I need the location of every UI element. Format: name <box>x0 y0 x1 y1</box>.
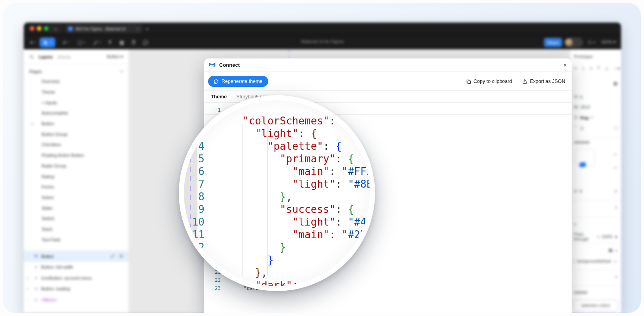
minimize-window-button[interactable] <box>37 26 42 31</box>
edit-icon[interactable] <box>110 254 115 258</box>
search-icon[interactable] <box>29 55 34 59</box>
sidebar-page-item[interactable]: Select <box>24 192 129 203</box>
expand-chevron-icon[interactable]: ▸ <box>27 287 31 291</box>
expand-icon[interactable]: ⛶ <box>614 126 617 131</box>
align-left-icon[interactable]: ⊢ <box>574 66 578 71</box>
layer-item[interactable]: ▸#Button: loading <box>24 284 129 295</box>
align-center-icon[interactable]: ∣ <box>582 66 585 71</box>
panel-tab[interactable]: Prototype <box>574 54 617 59</box>
scope-dropdown[interactable]: Button ▾ <box>107 54 123 59</box>
blend-icon[interactable]: ◐ <box>574 222 577 226</box>
tab-layers[interactable]: Layers <box>39 55 53 59</box>
add-page-button[interactable]: + <box>120 68 123 74</box>
sidebar-page-item[interactable]: Rating <box>24 171 129 182</box>
sidebar-page-item[interactable]: ÷ Inputs <box>24 97 129 108</box>
row-minus: — <box>574 151 617 156</box>
sidebar-page-item[interactable]: Button Group <box>24 129 129 139</box>
eye-icon[interactable] <box>119 254 124 258</box>
layer-item[interactable]: ›◇<Menu> <box>24 294 129 305</box>
expand-chevron-icon[interactable]: › <box>27 298 31 302</box>
layer-item[interactable]: ▸#IconButton: account menu <box>24 273 129 284</box>
frame-icon: # <box>33 265 39 269</box>
blend-row[interactable]: Pass through▾100%● <box>574 232 617 241</box>
align-bottom-icon[interactable]: ⊥ <box>605 66 609 71</box>
sidebar-page-item[interactable]: ✓Button <box>24 118 129 129</box>
file-tab[interactable]: ▰ MUI for Figma - Material UI × <box>65 24 142 33</box>
rotation-field[interactable]: ⟲0 <box>574 94 617 100</box>
add-section-row: + <box>574 205 617 210</box>
avatar <box>565 39 573 46</box>
width-field[interactable]: W2612 <box>574 105 617 109</box>
figma-toolbar: ≡▾ ▾ #▾ ▢▾ ▾ T ▦ Material UI for <box>24 35 621 50</box>
regenerate-theme-button[interactable]: Regenerate theme <box>208 76 268 87</box>
sidebar-page-item[interactable]: Theme <box>24 87 129 98</box>
minus-icon[interactable]: — <box>613 259 617 263</box>
share-button[interactable]: Share <box>544 38 562 47</box>
home-tab[interactable]: ⌂ <box>48 24 63 33</box>
more-options-icon[interactable]: ⋮▾ <box>613 66 620 71</box>
lens-content: 2 "colorSchemes": {3 "light": {4 "palett… <box>184 100 370 286</box>
sidebar-page-item[interactable]: Radio Group <box>24 161 129 171</box>
selection-colors-box[interactable]: selection colors <box>573 300 618 311</box>
radius-icon: ⌒ <box>574 125 578 131</box>
new-tab-button[interactable]: + <box>146 24 149 33</box>
sidebar-page-item[interactable]: Stack <box>24 224 129 235</box>
expand-chevron-icon[interactable]: › <box>27 265 31 269</box>
minus-icon[interactable]: — <box>613 151 617 156</box>
sidebar-page-item[interactable]: Text Field <box>24 234 129 245</box>
account-pill[interactable] <box>564 38 583 47</box>
sidebar-page-item[interactable]: Forms <box>24 182 129 192</box>
present-button[interactable]: ▷ ▾ <box>589 39 595 45</box>
sidebar-page-item[interactable]: Overview <box>24 76 129 87</box>
layer-item[interactable]: ›❖Button <box>24 251 129 262</box>
page-label: Autocomplete <box>42 111 68 115</box>
align-right-icon[interactable]: ⊣ <box>589 66 593 71</box>
sidebar-page-item[interactable]: Slider <box>24 203 129 213</box>
page-label: Forms <box>42 184 54 189</box>
layer-item[interactable]: ›#Button: full width <box>24 262 129 273</box>
export-as-json-button[interactable]: Export as JSON <box>522 79 565 84</box>
fill-row[interactable]: background/default— <box>574 259 617 263</box>
spacing-row[interactable]: ⧖0◇ <box>574 188 617 194</box>
layer-label: Button: loading <box>41 286 70 291</box>
magnifier-lens: 2 "colorSchemes": {3 "light": {4 "palett… <box>179 95 375 291</box>
home-icon: ⌂ <box>54 26 57 32</box>
lens-code-line: 3 "light": { <box>184 127 370 140</box>
page-label: Floating Action Button <box>42 153 84 158</box>
page-label: Text Field <box>42 237 60 242</box>
plus-icon[interactable]: + <box>615 275 617 279</box>
plus-icon[interactable]: + <box>615 248 617 253</box>
close-window-button[interactable] <box>30 26 34 31</box>
lens-line-number: 10 <box>184 216 207 228</box>
left-sidebar: Layers Assets Button ▾ Pages + OverviewT… <box>24 49 129 313</box>
tab-assets[interactable]: Assets <box>57 55 70 59</box>
zoom-level-dropdown[interactable]: 161% ▾ <box>601 40 616 45</box>
eye-icon[interactable]: ● <box>615 234 617 239</box>
sidebar-page-item[interactable]: Floating Action Button <box>24 150 129 161</box>
sidebar-tabs: Layers Assets Button ▾ <box>24 49 129 64</box>
dialog-title: Connect <box>219 62 240 68</box>
align-top-icon[interactable]: ⊤ <box>597 66 601 71</box>
dialog-header: Connect × <box>204 58 572 72</box>
expand-chevron-icon[interactable]: ▸ <box>27 276 31 280</box>
close-dialog-button[interactable]: × <box>563 62 567 68</box>
copy-to-clipboard-button[interactable]: Copy to clipboard <box>466 79 512 84</box>
page-label: Select <box>42 195 54 200</box>
sidebar-page-item[interactable]: Switch <box>24 213 129 224</box>
radius-field[interactable]: ⌒0⛶ <box>574 125 617 131</box>
expand-chevron-icon[interactable]: › <box>27 254 31 258</box>
page-label: Rating <box>42 174 54 179</box>
dialog-tab-theme[interactable]: Theme <box>211 94 227 100</box>
sidebar-page-item[interactable]: Autocomplete <box>24 108 129 118</box>
minus-icon[interactable]: — <box>613 165 617 169</box>
height-field[interactable]: ⇕Hug▾ <box>574 115 617 120</box>
row-minus: — <box>574 165 617 169</box>
sidebar-page-item[interactable]: Checkbox <box>24 139 129 150</box>
close-tab-icon[interactable]: × <box>137 26 139 31</box>
component-icon: ❖ <box>33 254 39 259</box>
plus-icon[interactable]: + <box>615 205 617 210</box>
page-label: ÷ Inputs <box>42 100 57 105</box>
page-label: Theme <box>42 90 55 94</box>
diamond-icon[interactable]: ◇ <box>614 188 617 194</box>
constraints-icon[interactable]: ▦ <box>614 81 617 86</box>
